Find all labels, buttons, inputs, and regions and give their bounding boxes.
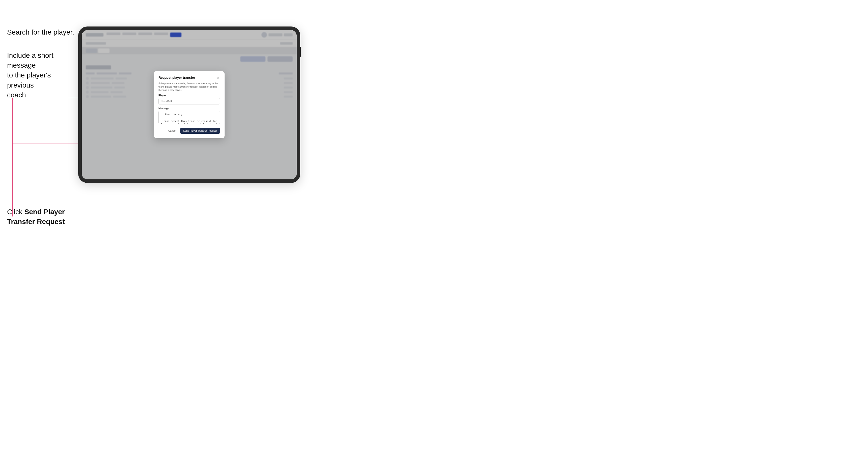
player-input[interactable] xyxy=(158,98,220,104)
tablet-side-button xyxy=(300,47,301,57)
annotation-message-text: Include a short messageto the player's p… xyxy=(7,51,73,100)
player-field-label: Player xyxy=(158,94,220,97)
modal-title: Request player transfer xyxy=(158,76,195,80)
modal-close-button[interactable]: × xyxy=(216,76,220,80)
annotation-search-text: Search for the player. xyxy=(7,27,74,37)
send-transfer-request-button[interactable]: Send Player Transfer Request xyxy=(180,128,220,134)
modal-description: If the player is transferring from anoth… xyxy=(158,82,220,92)
modal-actions: Cancel Send Player Transfer Request xyxy=(158,128,220,134)
message-textarea[interactable]: Hi Coach McHarg, Please accept this tran… xyxy=(158,111,220,124)
annotation-click-text: Click Send Player Transfer Request xyxy=(7,207,76,226)
message-field-label: Message xyxy=(158,107,220,110)
tablet-screen: Request player transfer × If the player … xyxy=(82,30,297,179)
modal-dialog: Request player transfer × If the player … xyxy=(154,71,224,138)
modal-header: Request player transfer × xyxy=(158,76,220,80)
tablet-device: Request player transfer × If the player … xyxy=(78,27,300,183)
cancel-button[interactable]: Cancel xyxy=(166,128,178,133)
modal-overlay: Request player transfer × If the player … xyxy=(82,30,297,179)
